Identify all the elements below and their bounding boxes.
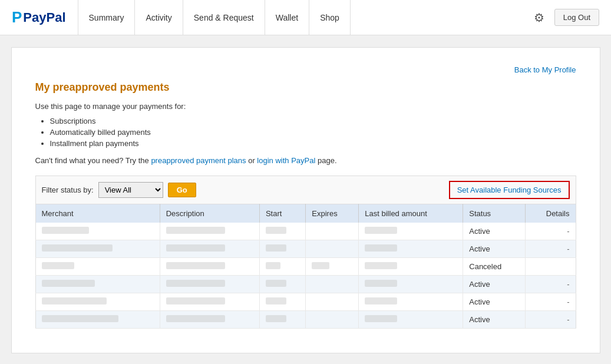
cell-start	[259, 223, 305, 240]
cell-last-billed	[359, 223, 463, 240]
cell-expires	[306, 311, 359, 329]
nav-item-send-request[interactable]: Send & Request	[183, 0, 265, 35]
filter-label: Filter status by:	[42, 186, 94, 194]
payments-table: Merchant Description Start Expires Last …	[35, 204, 576, 329]
cell-description	[160, 258, 259, 276]
bullet-item-installment: Installment plan payments	[50, 139, 576, 148]
col-merchant: Merchant	[35, 204, 160, 223]
col-expires: Expires	[306, 204, 359, 223]
cell-expires	[306, 276, 359, 293]
cell-last-billed	[359, 276, 463, 293]
cell-start	[259, 311, 305, 329]
cell-merchant	[35, 258, 160, 276]
cell-status: Active	[463, 240, 526, 258]
filter-row: Filter status by: View AllActiveCanceled…	[35, 176, 576, 204]
main-nav: Summary Activity Send & Request Wallet S…	[78, 0, 531, 35]
nav-item-activity[interactable]: Activity	[135, 0, 183, 35]
col-description: Description	[160, 204, 259, 223]
cell-description	[160, 223, 259, 240]
page-title: My preapproved payments	[35, 81, 576, 94]
filter-left: Filter status by: View AllActiveCanceled…	[42, 182, 196, 198]
cell-expires	[306, 293, 359, 311]
cell-last-billed	[359, 293, 463, 311]
cell-description	[160, 240, 259, 258]
cell-merchant	[35, 276, 160, 293]
cell-details: -	[526, 276, 576, 293]
table-row: Active -	[35, 276, 576, 293]
col-details: Details	[526, 204, 576, 223]
logo-text: PayPal	[23, 10, 65, 25]
col-status: Status	[463, 204, 526, 223]
cell-start	[259, 293, 305, 311]
bullet-item-subscriptions: Subscriptions	[50, 117, 576, 125]
table-row: Active -	[35, 293, 576, 311]
cell-details	[526, 258, 576, 276]
table-row: Active -	[35, 240, 576, 258]
back-link-row: Back to My Profile	[35, 65, 576, 74]
cell-status: Active	[463, 293, 526, 311]
back-to-profile-link[interactable]: Back to My Profile	[514, 65, 576, 74]
cell-start	[259, 276, 305, 293]
nav-item-shop[interactable]: Shop	[309, 0, 351, 35]
cell-status: Active	[463, 223, 526, 240]
settings-icon[interactable]: ⚙	[531, 9, 547, 26]
cell-details: -	[526, 240, 576, 258]
nav-item-summary[interactable]: Summary	[78, 0, 136, 35]
bullet-list: Subscriptions Automatically billed payme…	[50, 117, 576, 148]
table-row: Canceled	[35, 258, 576, 276]
cell-last-billed	[359, 240, 463, 258]
logout-button[interactable]: Log Out	[554, 9, 599, 26]
helper-mid: or	[246, 156, 257, 165]
cell-merchant	[35, 293, 160, 311]
cell-start	[259, 240, 305, 258]
cell-start	[259, 258, 305, 276]
bullet-item-auto-billed: Automatically billed payments	[50, 128, 576, 137]
col-start: Start	[259, 204, 305, 223]
cell-status: Active	[463, 276, 526, 293]
cell-merchant	[35, 311, 160, 329]
table-row: Active -	[35, 311, 576, 329]
logo-p-icon: P	[12, 8, 22, 27]
table-row: Active -	[35, 223, 576, 240]
table-header-row: Merchant Description Start Expires Last …	[35, 204, 576, 223]
cell-details: -	[526, 311, 576, 329]
cell-last-billed	[359, 311, 463, 329]
cell-merchant	[35, 240, 160, 258]
cell-description	[160, 276, 259, 293]
helper-text: Can't find what you need? Try the preapp…	[35, 156, 576, 165]
main-content: Back to My Profile My preapproved paymen…	[11, 47, 600, 353]
cell-status: Active	[463, 311, 526, 329]
logo: P PayPal	[12, 8, 66, 27]
helper-prefix: Can't find what you need? Try the	[35, 156, 151, 165]
cell-last-billed	[359, 258, 463, 276]
nav-item-wallet[interactable]: Wallet	[265, 0, 309, 35]
col-last-billed: Last billed amount	[359, 204, 463, 223]
header: P PayPal Summary Activity Send & Request…	[0, 0, 611, 35]
cell-expires	[306, 223, 359, 240]
cell-details: -	[526, 223, 576, 240]
cell-status: Canceled	[463, 258, 526, 276]
helper-suffix: page.	[315, 156, 336, 165]
cell-expires	[306, 258, 359, 276]
cell-expires	[306, 240, 359, 258]
cell-description	[160, 293, 259, 311]
header-right: ⚙ Log Out	[531, 9, 599, 26]
login-paypal-link[interactable]: login with PayPal	[257, 156, 315, 165]
set-funding-sources-button[interactable]: Set Available Funding Sources	[449, 181, 570, 199]
preapproved-plans-link[interactable]: preapproved payment plans	[151, 156, 246, 165]
go-button[interactable]: Go	[168, 183, 196, 197]
cell-description	[160, 311, 259, 329]
page-description: Use this page to manage your payments fo…	[35, 102, 576, 111]
cell-details: -	[526, 293, 576, 311]
filter-select[interactable]: View AllActiveCanceledExpiredSuspended	[98, 182, 163, 198]
cell-merchant	[35, 223, 160, 240]
